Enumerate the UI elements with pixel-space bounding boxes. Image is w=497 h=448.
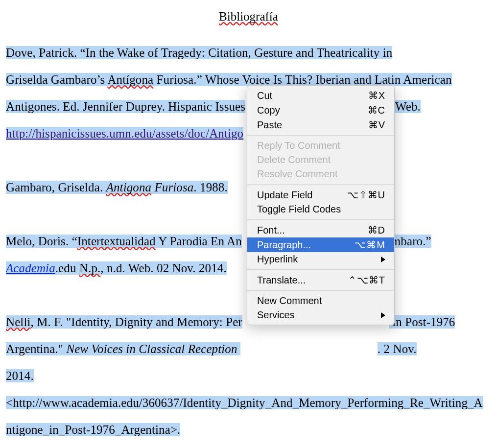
entry-nelli-e: ntigone_in_Post-1976_Argentina>.: [6, 423, 180, 436]
entry-gambaro-a: Gambaro, Griselda.: [6, 181, 106, 194]
menu-new-comment[interactable]: New Comment: [247, 294, 394, 308]
menu-delete-comment: Delete Comment: [247, 153, 394, 167]
menu-update-field[interactable]: Update Field⌥⇧⌘U: [247, 188, 394, 202]
entry-nelli-b-tail: . 2 Nov.: [378, 342, 417, 355]
menu-separator: [247, 219, 394, 220]
document-page: Bibliografía Dove, Patrick. “In the Wake…: [0, 0, 497, 448]
entry-nelli-a-tail: in Post-1976: [389, 315, 455, 329]
hyperlink-academia[interactable]: Academia: [6, 261, 55, 275]
menu-toggle-field-codes[interactable]: Toggle Field Codes: [247, 202, 394, 216]
page-title: Bibliografía: [0, 0, 497, 24]
entry-academia-a: .edu: [55, 261, 79, 275]
menu-paste[interactable]: Paste⌘V: [247, 118, 394, 132]
menu-separator: [247, 135, 394, 136]
menu-cut[interactable]: Cut⌘X: [247, 88, 394, 103]
menu-separator: [247, 184, 394, 185]
menu-font[interactable]: Font...⌘D: [247, 223, 394, 237]
menu-services[interactable]: Services: [247, 308, 394, 322]
entry-academia-np: N.p.: [79, 261, 100, 275]
entry-gambaro-b: Furiosa: [151, 181, 193, 194]
menu-separator: [247, 269, 394, 270]
menu-separator: [247, 290, 394, 291]
context-menu: Cut⌘X Copy⌘C Paste⌘V Reply To Comment De…: [247, 85, 395, 325]
entry-gambaro-word: Antigona: [106, 181, 151, 194]
submenu-arrow-icon: [381, 257, 385, 262]
entry-dove-line1: Dove, Patrick. “In the Wake of Tragedy: …: [6, 46, 392, 59]
menu-resolve-comment: Resolve Comment: [247, 167, 394, 181]
entry-dove-line2b: Furiosa.” Whose Voice Is This? Iberian a…: [153, 73, 451, 86]
menu-copy[interactable]: Copy⌘C: [247, 103, 394, 118]
entry-gambaro-c: . 1988.: [193, 181, 227, 194]
hyperlink-hispanicissues[interactable]: http://hispanicissues.umn.edu/assets/doc…: [6, 127, 243, 140]
entry-melo-tail: mbaro.”: [391, 235, 431, 248]
menu-translate[interactable]: Translate...⌃⌥⌘T: [247, 273, 394, 287]
entry-dove-line2a: Griselda Gambaro’s: [6, 73, 107, 86]
entry-melo-a: Melo, Doris. “: [6, 235, 77, 248]
menu-hyperlink[interactable]: Hyperlink: [247, 252, 394, 266]
entry-nelli-d: <http://www.academia.edu/360637/Identity…: [6, 396, 483, 409]
entry-nelli-c: 2014.: [6, 369, 34, 382]
entry-academia-b: , n.d. Web. 02 Nov. 2014.: [100, 261, 226, 275]
entry-nelli-b-pre: Argentina.": [6, 342, 66, 355]
entry-nelli-a: , M. F. "Identity, Dignity and Memory: P…: [31, 315, 242, 329]
submenu-arrow-icon: [381, 312, 385, 318]
entry-melo-word: Intertextualidad: [77, 235, 156, 248]
entry-nelli-pre: Nelli: [6, 315, 31, 329]
title-text: Bibliografía: [219, 10, 278, 23]
menu-reply-to-comment: Reply To Comment: [247, 139, 394, 153]
entry-nelli-b-ital: New Voices in Classical Reception: [66, 342, 240, 355]
entry-melo-b: Y Parodia En An: [156, 235, 242, 248]
entry-dove-line2-word: Antígona: [107, 73, 153, 86]
menu-paragraph[interactable]: Paragraph...⌥⌘M: [247, 237, 394, 252]
entry-dove-line3-tail: Web.: [392, 100, 421, 113]
entry-dove-line3: Antigones. Ed. Jennifer Duprey. Hispanic…: [6, 100, 245, 113]
